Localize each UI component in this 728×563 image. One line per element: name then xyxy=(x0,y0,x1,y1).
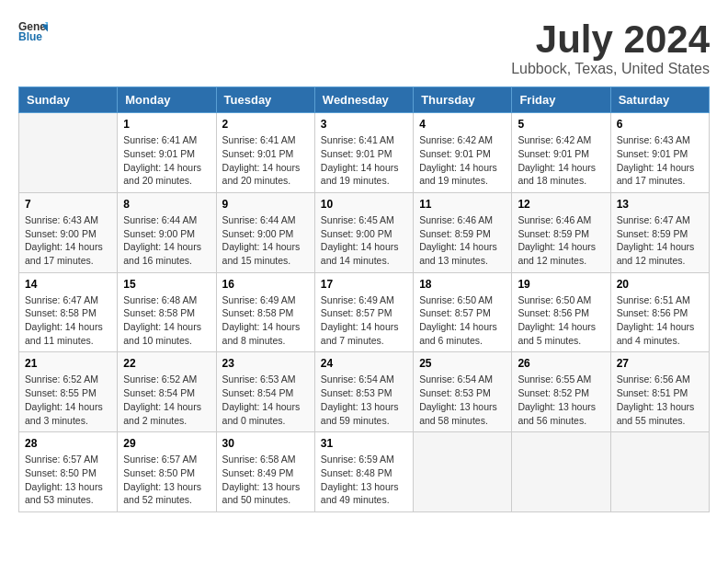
day-content: Sunrise: 6:52 AM Sunset: 8:55 PM Dayligh… xyxy=(25,373,111,427)
weekday-header: Monday xyxy=(118,87,216,113)
page-subtitle: Lubbock, Texas, United States xyxy=(511,61,710,77)
day-content: Sunrise: 6:52 AM Sunset: 8:54 PM Dayligh… xyxy=(123,373,210,427)
day-content: Sunrise: 6:43 AM Sunset: 9:01 PM Dayligh… xyxy=(617,133,703,188)
day-number: 16 xyxy=(222,278,309,291)
day-content: Sunrise: 6:49 AM Sunset: 8:58 PM Dayligh… xyxy=(222,293,309,348)
day-content: Sunrise: 6:53 AM Sunset: 8:54 PM Dayligh… xyxy=(222,373,309,427)
calendar-cell: 24Sunrise: 6:54 AM Sunset: 8:53 PM Dayli… xyxy=(314,352,413,432)
calendar-cell xyxy=(512,432,610,512)
logo-icon: General Blue xyxy=(18,18,48,44)
calendar-cell: 22Sunrise: 6:52 AM Sunset: 8:54 PM Dayli… xyxy=(118,352,216,432)
day-number: 19 xyxy=(518,278,604,291)
day-number: 29 xyxy=(123,437,210,450)
day-number: 31 xyxy=(321,437,407,450)
day-content: Sunrise: 6:50 AM Sunset: 8:56 PM Dayligh… xyxy=(518,293,604,348)
calendar-cell: 6Sunrise: 6:43 AM Sunset: 9:01 PM Daylig… xyxy=(610,113,709,193)
day-number: 3 xyxy=(321,118,407,131)
day-number: 30 xyxy=(222,437,309,450)
day-content: Sunrise: 6:49 AM Sunset: 8:57 PM Dayligh… xyxy=(321,293,407,348)
day-number: 5 xyxy=(518,118,604,131)
day-content: Sunrise: 6:59 AM Sunset: 8:48 PM Dayligh… xyxy=(321,453,407,507)
calendar-week-row: 28Sunrise: 6:57 AM Sunset: 8:50 PM Dayli… xyxy=(19,432,710,512)
day-number: 17 xyxy=(321,278,407,291)
calendar-cell: 13Sunrise: 6:47 AM Sunset: 8:59 PM Dayli… xyxy=(610,192,709,272)
weekday-header: Saturday xyxy=(610,87,709,113)
day-content: Sunrise: 6:50 AM Sunset: 8:57 PM Dayligh… xyxy=(419,293,506,348)
calendar-cell: 18Sunrise: 6:50 AM Sunset: 8:57 PM Dayli… xyxy=(414,272,512,352)
day-number: 13 xyxy=(617,198,703,211)
calendar-cell: 5Sunrise: 6:42 AM Sunset: 9:01 PM Daylig… xyxy=(512,113,610,193)
calendar-cell: 26Sunrise: 6:55 AM Sunset: 8:52 PM Dayli… xyxy=(512,352,610,432)
day-content: Sunrise: 6:44 AM Sunset: 9:00 PM Dayligh… xyxy=(123,213,210,268)
calendar-cell xyxy=(19,113,118,193)
day-number: 6 xyxy=(617,118,703,131)
day-content: Sunrise: 6:41 AM Sunset: 9:01 PM Dayligh… xyxy=(321,133,407,188)
weekday-header: Tuesday xyxy=(216,87,314,113)
calendar-cell: 15Sunrise: 6:48 AM Sunset: 8:58 PM Dayli… xyxy=(118,272,216,352)
calendar-week-row: 1Sunrise: 6:41 AM Sunset: 9:01 PM Daylig… xyxy=(19,113,710,193)
day-content: Sunrise: 6:46 AM Sunset: 8:59 PM Dayligh… xyxy=(518,213,604,268)
weekday-header: Thursday xyxy=(414,87,512,113)
calendar-cell: 4Sunrise: 6:42 AM Sunset: 9:01 PM Daylig… xyxy=(414,113,512,193)
calendar-cell: 31Sunrise: 6:59 AM Sunset: 8:48 PM Dayli… xyxy=(314,432,413,512)
day-content: Sunrise: 6:57 AM Sunset: 8:50 PM Dayligh… xyxy=(123,453,210,507)
calendar-cell xyxy=(610,432,709,512)
calendar-cell: 27Sunrise: 6:56 AM Sunset: 8:51 PM Dayli… xyxy=(610,352,709,432)
day-number: 23 xyxy=(222,357,309,370)
day-number: 27 xyxy=(617,357,703,370)
day-number: 9 xyxy=(222,198,309,211)
day-content: Sunrise: 6:55 AM Sunset: 8:52 PM Dayligh… xyxy=(518,373,604,427)
weekday-header: Friday xyxy=(512,87,610,113)
calendar-cell: 14Sunrise: 6:47 AM Sunset: 8:58 PM Dayli… xyxy=(19,272,118,352)
calendar-cell: 3Sunrise: 6:41 AM Sunset: 9:01 PM Daylig… xyxy=(314,113,413,193)
calendar-cell: 2Sunrise: 6:41 AM Sunset: 9:01 PM Daylig… xyxy=(216,113,314,193)
calendar-cell: 21Sunrise: 6:52 AM Sunset: 8:55 PM Dayli… xyxy=(19,352,118,432)
day-number: 25 xyxy=(419,357,506,370)
calendar-cell: 10Sunrise: 6:45 AM Sunset: 9:00 PM Dayli… xyxy=(314,192,413,272)
calendar-cell: 1Sunrise: 6:41 AM Sunset: 9:01 PM Daylig… xyxy=(118,113,216,193)
calendar-cell: 8Sunrise: 6:44 AM Sunset: 9:00 PM Daylig… xyxy=(118,192,216,272)
calendar-cell: 29Sunrise: 6:57 AM Sunset: 8:50 PM Dayli… xyxy=(118,432,216,512)
calendar-table: SundayMondayTuesdayWednesdayThursdayFrid… xyxy=(18,86,710,512)
calendar-cell: 7Sunrise: 6:43 AM Sunset: 9:00 PM Daylig… xyxy=(19,192,118,272)
day-number: 10 xyxy=(321,198,407,211)
day-number: 8 xyxy=(123,198,210,211)
day-number: 21 xyxy=(25,357,111,370)
day-content: Sunrise: 6:54 AM Sunset: 8:53 PM Dayligh… xyxy=(321,373,407,427)
day-content: Sunrise: 6:42 AM Sunset: 9:01 PM Dayligh… xyxy=(419,133,506,188)
day-number: 11 xyxy=(419,198,506,211)
day-number: 2 xyxy=(222,118,309,131)
calendar-cell: 28Sunrise: 6:57 AM Sunset: 8:50 PM Dayli… xyxy=(19,432,118,512)
day-number: 7 xyxy=(25,198,111,211)
day-content: Sunrise: 6:48 AM Sunset: 8:58 PM Dayligh… xyxy=(123,293,210,348)
calendar-week-row: 7Sunrise: 6:43 AM Sunset: 9:00 PM Daylig… xyxy=(19,192,710,272)
day-number: 4 xyxy=(419,118,506,131)
page-title: July 2024 xyxy=(511,18,710,61)
calendar-cell: 30Sunrise: 6:58 AM Sunset: 8:49 PM Dayli… xyxy=(216,432,314,512)
svg-text:Blue: Blue xyxy=(18,30,42,43)
logo: General Blue xyxy=(18,18,48,44)
day-number: 22 xyxy=(123,357,210,370)
day-content: Sunrise: 6:45 AM Sunset: 9:00 PM Dayligh… xyxy=(321,213,407,268)
day-number: 26 xyxy=(518,357,604,370)
calendar-cell: 19Sunrise: 6:50 AM Sunset: 8:56 PM Dayli… xyxy=(512,272,610,352)
calendar-week-row: 21Sunrise: 6:52 AM Sunset: 8:55 PM Dayli… xyxy=(19,352,710,432)
day-content: Sunrise: 6:47 AM Sunset: 8:58 PM Dayligh… xyxy=(25,293,111,348)
day-number: 1 xyxy=(123,118,210,131)
calendar-cell: 20Sunrise: 6:51 AM Sunset: 8:56 PM Dayli… xyxy=(610,272,709,352)
weekday-header-row: SundayMondayTuesdayWednesdayThursdayFrid… xyxy=(19,87,710,113)
day-content: Sunrise: 6:56 AM Sunset: 8:51 PM Dayligh… xyxy=(617,373,703,427)
day-number: 28 xyxy=(25,437,111,450)
day-content: Sunrise: 6:54 AM Sunset: 8:53 PM Dayligh… xyxy=(419,373,506,427)
page-header: General Blue July 2024 Lubbock, Texas, U… xyxy=(18,18,710,77)
day-content: Sunrise: 6:47 AM Sunset: 8:59 PM Dayligh… xyxy=(617,213,703,268)
calendar-cell: 12Sunrise: 6:46 AM Sunset: 8:59 PM Dayli… xyxy=(512,192,610,272)
day-content: Sunrise: 6:41 AM Sunset: 9:01 PM Dayligh… xyxy=(123,133,210,188)
day-content: Sunrise: 6:51 AM Sunset: 8:56 PM Dayligh… xyxy=(617,293,703,348)
day-number: 20 xyxy=(617,278,703,291)
calendar-cell: 17Sunrise: 6:49 AM Sunset: 8:57 PM Dayli… xyxy=(314,272,413,352)
day-content: Sunrise: 6:58 AM Sunset: 8:49 PM Dayligh… xyxy=(222,453,309,507)
title-area: July 2024 Lubbock, Texas, United States xyxy=(511,18,710,77)
weekday-header: Sunday xyxy=(19,87,118,113)
day-number: 12 xyxy=(518,198,604,211)
